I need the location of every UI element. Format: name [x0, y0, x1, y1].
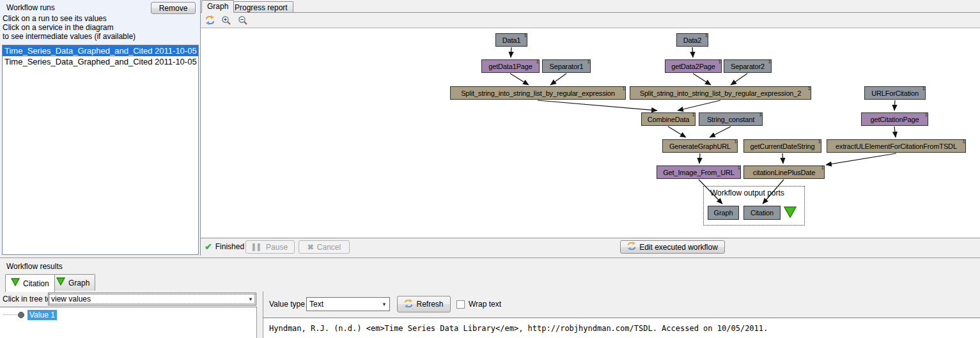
tab-graph-label: Graph [207, 2, 228, 11]
diagram-node-data2[interactable]: Data21 [676, 33, 708, 47]
edit-executed-workflow-label: Edit executed workflow [639, 243, 718, 252]
diagram-node-label: getCitationPage [870, 116, 919, 123]
value-toolbar: Value type Text ▼ Refresh [263, 291, 980, 318]
zoom-in-icon[interactable] [221, 15, 231, 26]
diagram-node-label: GenerateGraphURL [669, 142, 731, 150]
wrap-text-checkbox[interactable] [456, 300, 465, 309]
iteration-depth-marker: 1 [808, 86, 811, 91]
iteration-depth-marker: 1 [524, 33, 527, 38]
cancel-button[interactable]: ✖ Cancel [299, 240, 350, 254]
diagram-node-getcitationpage[interactable]: getCitationPage1 [861, 112, 928, 126]
iteration-depth-marker: 1 [536, 59, 539, 65]
diagram-node-getcurrentdatestring[interactable]: getCurrentDateString1 [743, 139, 821, 153]
instruction-line: to see intermediate values (if available… [3, 32, 136, 41]
workflow-results-panel: Workflow results Citation Graph Click in… [0, 257, 980, 338]
workflow-diagram-canvas[interactable]: Workflow output ports Data11Data21getDat… [201, 29, 980, 238]
iteration-depth-marker: 1 [738, 165, 740, 171]
citation-port-triangle-icon [11, 278, 20, 289]
iteration-depth-marker: 1 [705, 33, 708, 38]
diagram-node-label: Citation [751, 209, 774, 217]
diagram-node-getdata1page[interactable]: getData1Page1 [481, 59, 540, 73]
diagram-node-combinedata[interactable]: CombineData1 [641, 112, 696, 126]
diagram-node-label: extractULElementForCitationFromTSDL [836, 142, 957, 150]
value-text-area[interactable]: Hyndman, R.J. (n.d.) <em>Time Series Dat… [263, 318, 980, 338]
workflow-runs-title: Workflow runs [6, 3, 55, 12]
graph-panel: Graph Progress report [200, 0, 980, 256]
diagram-node-port-graph[interactable]: Graph [708, 206, 739, 220]
value-type-label: Value type [269, 300, 305, 309]
iteration-depth-marker: 1 [925, 112, 928, 118]
remove-button[interactable]: Remove [151, 2, 196, 14]
tree-node-bullet [18, 312, 24, 318]
wrap-text-label: Wrap text [469, 300, 501, 309]
instruction-line: Click on a run to see its values [3, 14, 136, 23]
diagram-node-separator1[interactable]: Separator11 [542, 59, 591, 73]
tab-citation[interactable]: Citation [5, 274, 55, 292]
diagram-node-extractul[interactable]: extractULElementForCitationFromTSDL1 [827, 139, 966, 153]
workflow-runs-list[interactable]: Time_Series_Data_Graphed_and_Cited 2011-… [2, 45, 199, 255]
workflow-run-item[interactable]: Time_Series_Data_Graphed_and_Cited 2011-… [3, 56, 198, 67]
finished-label: Finished [215, 242, 244, 251]
diagram-node-label: CombineData [648, 116, 690, 123]
tree-prompt-row: Click in tree to view values ▼ [0, 291, 258, 307]
value-type-dropdown[interactable]: Text ▼ [306, 297, 390, 311]
diagram-node-label: String_constant [707, 116, 754, 123]
diagram-node-string_constant[interactable]: String_constant1 [699, 112, 763, 126]
iteration-depth-marker: 1 [692, 112, 695, 118]
diagram-node-label: Split_string_into_string_list_by_regular… [640, 89, 802, 97]
iteration-depth-marker: 1 [821, 165, 824, 171]
application-window: Workflow runs Remove Click on a run to s… [0, 0, 980, 338]
tree-item-label: Value 1 [27, 310, 57, 320]
workflow-output-ports-label: Workflow output ports [710, 188, 784, 197]
pause-button-label: Pause [266, 243, 288, 252]
value-text: Hyndman, R.J. (n.d.) <em>Time Series Dat… [269, 324, 768, 333]
chevron-down-icon: ▼ [379, 302, 389, 307]
diagram-node-separator2[interactable]: Separator21 [724, 59, 772, 73]
diagram-node-urlforcitation[interactable]: URLForCitation1 [864, 86, 926, 100]
finished-check-icon: ✔ [205, 242, 212, 252]
zoom-out-icon[interactable] [238, 15, 248, 26]
refresh-icon [404, 299, 413, 310]
diagram-node-port-citation[interactable]: Citation [743, 206, 781, 220]
diagram-node-label: Data1 [502, 36, 521, 44]
refresh-button[interactable]: Refresh [397, 296, 451, 312]
tab-results-graph[interactable]: Graph [51, 274, 95, 291]
diagram-node-citationlineplusdate[interactable]: citationLinePlusDate1 [743, 165, 825, 179]
tab-progress-report[interactable]: Progress report [229, 1, 293, 12]
diagram-node-getdata2page[interactable]: getData2Page1 [665, 59, 722, 73]
iteration-depth-marker: 1 [759, 112, 762, 118]
value-viewer-pane: Value type Text ▼ Refresh [263, 291, 980, 338]
tab-graph[interactable]: Graph [201, 0, 234, 13]
edit-workflow-icon [627, 242, 636, 252]
cancel-x-icon: ✖ [307, 243, 314, 252]
diagram-node-label: getCurrentDateString [751, 142, 815, 150]
iteration-depth-marker: 1 [735, 139, 737, 144]
iteration-depth-marker: 1 [818, 139, 821, 144]
diagram-node-label: Data2 [683, 36, 702, 44]
runs-instructions: Click on a run to see its valuesClick on… [3, 14, 136, 41]
diagram-node-generategraphurl[interactable]: GenerateGraphURL1 [662, 139, 738, 153]
iteration-depth-marker: 1 [587, 59, 590, 65]
results-value-tree[interactable]: Value 1 [0, 307, 257, 338]
graph-port-triangle-icon [56, 277, 65, 289]
view-values-dropdown-value: view values [49, 295, 245, 303]
diagram-node-label: getData1Page [488, 63, 533, 70]
diagram-node-data1[interactable]: Data11 [495, 33, 527, 47]
tree-branch-line [3, 314, 17, 315]
tab-results-graph-label: Graph [68, 277, 89, 289]
diagram-node-split1[interactable]: Split_string_into_string_list_by_regular… [450, 86, 626, 100]
diagram-node-getimagefromurl[interactable]: Get_Image_From_URL1 [657, 165, 741, 179]
graph-statusbar: ✔ Finished ▌▌ Pause ✖ Cancel [201, 238, 980, 256]
refresh-diagram-icon[interactable] [205, 15, 215, 26]
edit-executed-workflow-button[interactable]: Edit executed workflow [620, 240, 725, 254]
view-values-dropdown[interactable]: view values ▼ [48, 293, 256, 305]
tree-item[interactable]: Value 1 [0, 309, 57, 320]
pause-button[interactable]: ▌▌ Pause [245, 240, 295, 254]
output-port-triangle-icon [784, 206, 797, 220]
instruction-line: Click on a service in the diagram [3, 23, 136, 32]
refresh-button-label: Refresh [416, 300, 443, 309]
workflow-run-item[interactable]: Time_Series_Data_Graphed_and_Cited 2011-… [3, 45, 198, 56]
diagram-node-split2[interactable]: Split_string_into_string_list_by_regular… [630, 86, 811, 100]
pause-icon: ▌▌ [253, 243, 263, 250]
iteration-depth-marker: 1 [963, 139, 965, 144]
